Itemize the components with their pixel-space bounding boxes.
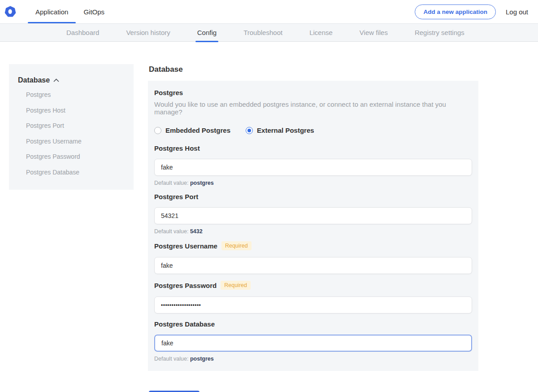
postgres-port-default-value: 5432 [190,228,203,235]
postgres-host-default-helper: Default value: postgres [154,180,472,186]
postgres-database-default-value: postgres [190,356,214,362]
subnav-item-view-files[interactable]: View files [360,24,388,41]
chevron-up-icon [53,78,59,82]
postgres-port-default-helper: Default value: 5432 [154,228,472,235]
postgres-database-default-helper: Default value: postgres [154,356,472,362]
tab-application-label: Application [35,8,68,16]
postgres-password-label: Postgres Password [154,282,217,289]
field-postgres-database: Postgres Database Default value: postgre… [154,320,472,362]
postgres-host-input[interactable] [154,159,472,176]
postgres-port-label: Postgres Port [154,193,198,200]
radio-embedded-postgres[interactable]: Embedded Postgres [154,126,230,134]
tab-gitops[interactable]: GitOps [76,0,112,23]
postgres-port-input[interactable] [154,207,472,224]
field-postgres-username: Postgres Username Required [154,241,472,274]
sidebar-item-postgres-port[interactable]: Postgres Port [18,118,125,134]
tab-gitops-label: GitOps [83,8,104,16]
config-group-panel: Postgres Would you like to use an embedd… [148,81,478,371]
postgres-host-label: Postgres Host [154,144,200,152]
required-badge: Required [221,281,251,290]
top-bar: Application GitOps Add a new application… [0,0,538,23]
field-postgres-port: Postgres Port Default value: 5432 [154,193,472,235]
add-new-application-button[interactable]: Add a new application [415,4,496,19]
kots-logo-icon [4,6,16,17]
field-postgres-host: Postgres Host Default value: postgres [154,144,472,186]
sidebar-group-database[interactable]: Database [18,76,125,84]
subnav-item-version-history[interactable]: Version history [126,24,170,41]
radio-selected-icon [246,127,253,134]
group-title: Postgres [154,89,472,96]
config-sidebar: Database Postgres Postgres Host Postgres… [9,64,134,190]
radio-unselected-icon [154,127,161,134]
postgres-database-input[interactable] [154,335,472,352]
sidebar-item-postgres-username[interactable]: Postgres Username [18,134,125,149]
required-badge: Required [221,241,252,250]
radio-embedded-label: Embedded Postgres [165,126,230,134]
section-heading: Database [149,65,478,74]
subnav-item-registry-settings[interactable]: Registry settings [415,24,464,41]
sidebar-item-postgres-host[interactable]: Postgres Host [18,103,125,118]
subnav-item-troubleshoot[interactable]: Troubleshoot [243,24,282,41]
app-logo[interactable] [4,0,20,23]
postgres-type-radio-group: Embedded Postgres External Postgres [154,126,472,134]
sidebar-item-postgres-database[interactable]: Postgres Database [18,165,125,180]
app-subnav: Dashboard Version history Config Trouble… [0,23,538,42]
radio-external-postgres[interactable]: External Postgres [246,126,314,134]
postgres-password-input[interactable] [154,296,472,314]
sidebar-group-label: Database [18,76,50,84]
field-postgres-password: Postgres Password Required [154,281,472,314]
subnav-item-dashboard[interactable]: Dashboard [66,24,99,41]
postgres-database-label: Postgres Database [154,320,215,328]
tab-application[interactable]: Application [28,0,76,23]
sidebar-item-postgres-password[interactable]: Postgres Password [18,149,125,165]
topbar-right: Add a new application Log out [415,0,538,23]
postgres-host-default-value: postgres [190,180,214,186]
sidebar-item-postgres[interactable]: Postgres [18,87,125,103]
top-tabs: Application GitOps [28,0,112,23]
main-area: Database Postgres Postgres Host Postgres… [0,42,538,392]
postgres-username-input[interactable] [154,257,472,274]
group-description: Would you like to use an embedded postgr… [154,100,472,116]
radio-external-label: External Postgres [257,126,314,134]
subnav-item-license[interactable]: License [309,24,333,41]
config-content: Database Postgres Would you like to use … [148,64,478,392]
subnav-item-config[interactable]: Config [197,24,217,41]
logout-link[interactable]: Log out [506,8,528,16]
postgres-username-label: Postgres Username [154,242,217,250]
